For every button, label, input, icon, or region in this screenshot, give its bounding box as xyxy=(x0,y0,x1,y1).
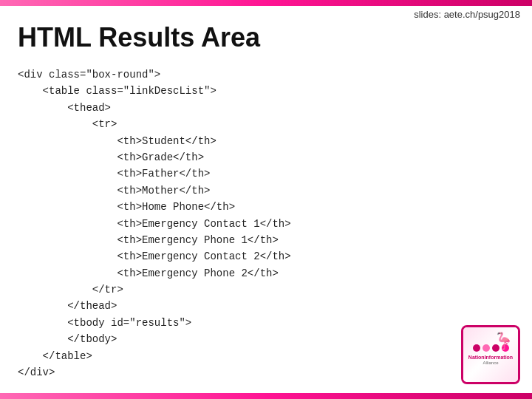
logo-badge: 🦩 NationInformation Alliance xyxy=(461,325,520,384)
code-block: <div class="box-round"> <table class="li… xyxy=(18,66,514,381)
code-line-7: <th>Father</th> xyxy=(18,168,210,180)
code-line-5: <th>Student</th> xyxy=(18,135,216,147)
logo-badge-inner: 🦩 NationInformation Alliance xyxy=(463,327,518,382)
code-line-15: </thead> xyxy=(18,300,117,312)
code-line-9: <th>Home Phone</th> xyxy=(18,201,235,213)
code-line-14: </tr> xyxy=(18,284,123,296)
code-line-10: <th>Emergency Contact 1</th> xyxy=(18,218,291,230)
code-line-18: </table> xyxy=(18,350,92,362)
code-content-area: <div class="box-round"> <table class="li… xyxy=(18,66,514,384)
logo-dot-2 xyxy=(482,344,490,352)
flamingo-icon: 🦩 xyxy=(494,332,514,351)
logo-text-bottom: Alliance xyxy=(482,361,498,365)
code-line-11: <th>Emergency Phone 1</th> xyxy=(18,234,279,246)
code-line-8: <th>Mother</th> xyxy=(18,185,210,197)
slide-url: slides: aete.ch/psug2018 xyxy=(414,9,520,20)
code-line-16: <tbody id="results"> xyxy=(18,317,191,329)
logo-dot-1 xyxy=(473,344,480,352)
code-line-13: <th>Emergency Phone 2</th> xyxy=(18,267,279,279)
code-line-19: </div> xyxy=(18,366,55,378)
logo-text-top: NationInformation xyxy=(468,355,513,361)
top-gradient-bar xyxy=(0,0,532,6)
bottom-gradient-bar xyxy=(0,393,532,399)
code-line-1: <div class="box-round"> xyxy=(18,69,160,81)
code-line-12: <th>Emergency Contact 2</th> xyxy=(18,250,291,262)
code-line-6: <th>Grade</th> xyxy=(18,151,204,163)
code-line-17: </tbody> xyxy=(18,333,117,345)
code-line-4: <tr> xyxy=(18,118,117,130)
page-title: HTML Results Area xyxy=(18,22,260,53)
code-line-2: <table class="linkDescList"> xyxy=(18,85,216,97)
code-line-3: <thead> xyxy=(18,102,111,114)
